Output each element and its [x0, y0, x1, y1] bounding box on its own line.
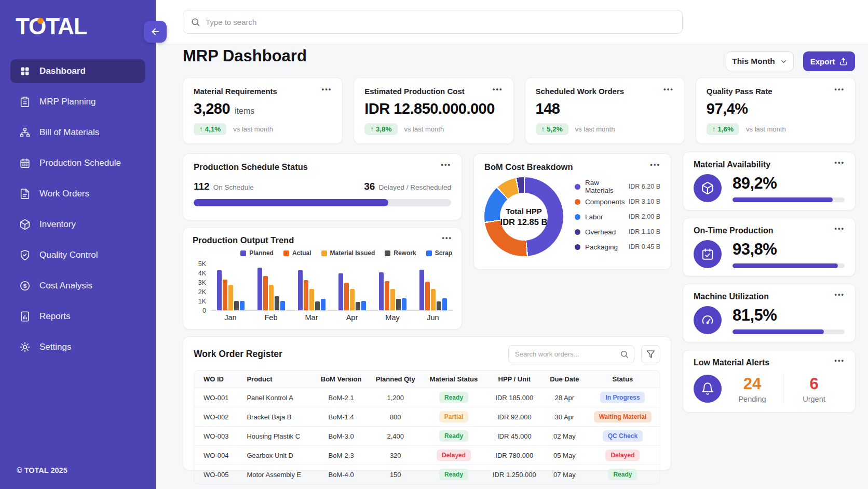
sidebar-item-work-orders[interactable]: Work Orders [10, 182, 145, 206]
sidebar-item-mrp-planning[interactable]: MRP Planning [10, 90, 145, 114]
status-badge: In Progress [600, 392, 645, 403]
y-tick: 2K [198, 288, 206, 296]
material-status-badge: Ready [439, 469, 468, 480]
work-order-search [508, 345, 634, 363]
cell-planned-qty: 800 [369, 407, 422, 427]
table-row-wo-002: WO-002Bracket Baja BBoM-1.4800PartialIDR… [194, 407, 660, 427]
bar-scrap [402, 298, 406, 310]
legend-item-material-issued: Material Issued [321, 249, 375, 257]
bar-rework [356, 302, 360, 310]
column-header-material-status: Material Status [422, 371, 485, 388]
x-tick: Jan [215, 313, 246, 322]
card-menu-button[interactable]: ••• [442, 235, 452, 241]
kpi-card-quality-pass-rate: Quality Pass Rate•••97,4%↑ 1,6%vs last m… [696, 77, 856, 144]
sidebar-item-settings[interactable]: Settings [10, 335, 145, 359]
sidebar-item-production-schedule[interactable]: Production Schedule [10, 151, 145, 175]
column-header-planned-qty: Planned Qty [369, 371, 422, 388]
sidebar-item-reports[interactable]: Reports [10, 305, 145, 328]
legend-label: Raw Materials [585, 179, 629, 194]
sidebar-item-cost-analysis[interactable]: $Cost Analysis [10, 274, 145, 298]
sidebar-item-label: MRP Planning [39, 97, 96, 107]
sidebar-item-dashboard[interactable]: Dashboard [10, 59, 145, 83]
sidebar-item-quality-control[interactable]: Quality Control [10, 243, 145, 267]
status-badge: QC Check [603, 430, 643, 442]
bar-group-mar [298, 263, 326, 310]
legend-dot-icon [575, 184, 580, 190]
legend-value: IDR 0.45 B [629, 243, 660, 250]
on-schedule-stat: 112On Schedule [194, 181, 254, 192]
file-icon [19, 188, 31, 200]
card-menu-button[interactable]: ••• [834, 226, 845, 231]
mrp-dashboard-app: TOTAL DashboardMRP PlanningBill of Mater… [0, 0, 868, 489]
sidebar-collapse-button[interactable] [144, 21, 167, 43]
card-menu-button[interactable]: ••• [441, 162, 451, 167]
card-menu-button[interactable]: ••• [834, 292, 845, 297]
bar-material-issued [309, 289, 314, 310]
bar-planned [217, 270, 222, 310]
filter-button[interactable] [641, 345, 660, 363]
copyright: © TOTAL 2025 [17, 466, 67, 474]
cell-material-status: Partial [422, 407, 485, 427]
metric-progress-fill [733, 329, 824, 334]
card-menu-button[interactable]: ••• [322, 87, 332, 92]
card-title: Work Order Register [194, 349, 282, 360]
y-tick: 5K [198, 260, 206, 268]
legend-swatch-icon [321, 250, 327, 256]
bar-chart-legend: PlannedActualMaterial IssuedReworkScrap [240, 249, 452, 257]
period-select[interactable]: This Month [726, 51, 794, 71]
bar-actual [304, 280, 308, 310]
metric-value: 93,8% [733, 240, 845, 259]
cell-status: Delayed [586, 446, 660, 465]
donut-legend: Raw MaterialsIDR 6.20 BComponentsIDR 3.1… [575, 181, 660, 253]
svg-text:$: $ [23, 283, 27, 289]
low-material-alerts-card: Low Material Alerts ••• 24 Pending 6 Urg… [683, 350, 856, 413]
card-title: Material Availability [694, 160, 770, 169]
work-order-search-input[interactable] [515, 350, 616, 358]
legend-label: Rework [394, 249, 416, 257]
schedule-progress-fill [194, 199, 388, 206]
kpi-title: Scheduled Work Orders [536, 87, 625, 96]
card-menu-button[interactable]: ••• [493, 87, 503, 92]
sidebar-item-inventory[interactable]: Inventory [10, 213, 145, 236]
sidebar-nav: DashboardMRP PlanningBill of MaterialsPr… [0, 59, 156, 359]
column-header-bom-version: BoM Version [314, 371, 369, 388]
card-menu-button[interactable]: ••• [834, 358, 845, 363]
kpi-title: Estimated Production Cost [364, 87, 465, 96]
bar-planned [338, 273, 343, 310]
work-order-table: WO IDProductBoM VersionPlanned QtyMateri… [194, 370, 660, 484]
card-menu-button[interactable]: ••• [834, 160, 845, 165]
legend-row-components: ComponentsIDR 3.10 B [575, 196, 660, 207]
bar-actual [223, 280, 227, 310]
kpi-row: Material Requirements•••3,280items↑ 4,1%… [183, 77, 856, 144]
cell-planned-qty: 320 [369, 446, 422, 465]
legend-swatch-icon [283, 250, 289, 256]
kpi-title: Quality Pass Rate [707, 87, 772, 96]
kpi-delta-badge: ↑ 3,8% [364, 123, 397, 135]
kpi-note: vs last month [575, 125, 615, 133]
cell-planned-qty: 1,200 [369, 388, 422, 407]
export-button[interactable]: Export [803, 51, 855, 71]
card-title: Low Material Alerts [694, 358, 769, 367]
work-order-register-card: Work Order Register WO IDProductBoM Vers… [183, 336, 671, 470]
bar-actual [263, 276, 268, 310]
card-menu-button[interactable]: ••• [834, 87, 845, 92]
legend-item-scrap: Scrap [426, 249, 452, 257]
cell-due-date: 28 Apr [544, 388, 586, 407]
sidebar-item-bill-of-materials[interactable]: Bill of Materials [10, 121, 145, 144]
y-tick: 0 [202, 307, 206, 314]
bar-rework [396, 299, 401, 310]
kpi-value: 97,4% [707, 100, 748, 117]
card-menu-button[interactable]: ••• [663, 87, 674, 92]
urgent-count: 6 [783, 375, 845, 393]
bar-rework [437, 301, 441, 310]
bar-group-jun [419, 263, 447, 310]
search-input[interactable] [206, 18, 675, 27]
legend-value: IDR 1.10 B [629, 228, 660, 235]
cell-bom-version: BoM-3.0 [314, 427, 369, 446]
metric-value: 89,2% [733, 174, 845, 193]
sidebar-item-label: Reports [39, 311, 71, 322]
bar-group-feb [257, 263, 285, 310]
card-menu-button[interactable]: ••• [650, 162, 660, 167]
cell-due-date: 07 May [544, 465, 586, 484]
calendar-icon [19, 157, 31, 169]
